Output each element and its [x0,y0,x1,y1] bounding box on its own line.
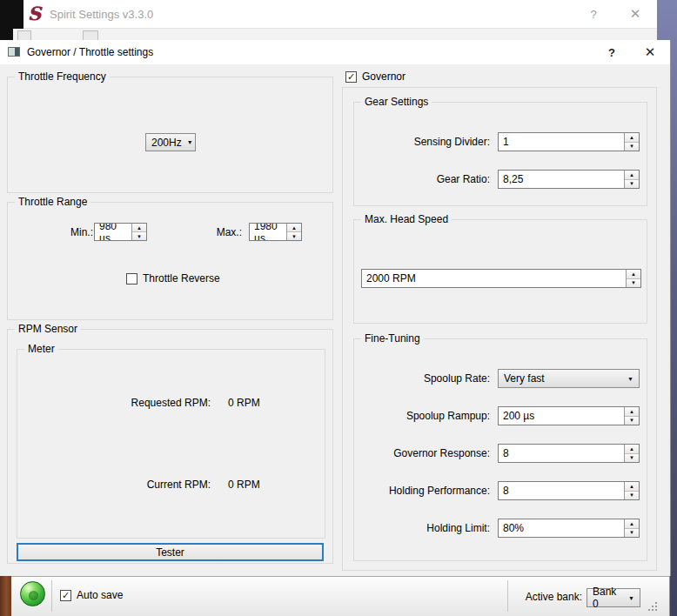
spoolup-rate-row: Spoolup Rate: Very fast ▼ [354,369,647,388]
resize-grip[interactable] [648,602,657,611]
gear-ratio-row: Gear Ratio: 8,25 ▲ ▼ [354,170,647,189]
chevron-down-icon: ▼ [628,595,634,601]
requested-rpm-label: Requested RPM: [17,397,211,409]
throttle-frequency-group: Throttle Frequency 200Hz ▼ [7,77,333,193]
spin-down-icon[interactable]: ▼ [132,232,146,240]
requested-rpm-value: 0 RPM [228,397,260,409]
spoolup-rate-value: Very fast [504,372,545,385]
spin-down-icon[interactable]: ▼ [287,232,301,240]
holding-performance-spinbox[interactable]: 8 ▲ ▼ [498,481,640,500]
spoolup-rampup-spinbox[interactable]: 200 µs ▲ ▼ [498,406,640,425]
spin-down-icon[interactable]: ▼ [625,454,639,463]
spin-down-icon[interactable]: ▼ [625,492,639,500]
led-core [29,591,38,600]
throttle-range-group: Throttle Range Min.: 980 µs ▲ ▼ Max.: 19… [7,202,333,320]
min-value[interactable]: 980 µs [95,224,131,240]
main-help-button[interactable]: ? [580,4,607,23]
spin-down-icon[interactable]: ▼ [625,417,639,425]
active-bank-combo[interactable]: Bank 0 ▼ [587,588,640,607]
main-window-titlebar: S Spirit Settings v3.3.0 ? ✕ [23,0,657,29]
gear-ratio-spinbox[interactable]: 8,25 ▲ ▼ [498,170,640,189]
dialog-window-icon [8,47,20,57]
checkmark-icon: ✓ [62,591,70,600]
sensing-divider-value[interactable]: 1 [499,133,624,151]
spin-up-icon[interactable]: ▲ [625,445,639,454]
checkbox-box[interactable]: ✓ [345,71,357,83]
spin-up-icon[interactable]: ▲ [287,224,301,232]
screen: S Spirit Settings v3.3.0 ? ✕ Governor / … [0,0,677,616]
spin-up-icon[interactable]: ▲ [625,482,639,492]
active-bank-label: Active bank: [526,591,582,603]
main-close-button[interactable]: ✕ [622,4,648,23]
holding-performance-value[interactable]: 8 [499,482,624,499]
governor-group: Gear Settings Sensing Divider: 1 ▲ ▼ Gea… [342,87,657,571]
min-spinbox[interactable]: 980 µs ▲ ▼ [94,223,147,241]
sensing-divider-spinbox[interactable]: 1 ▲ ▼ [498,132,640,151]
fine-tuning-title: Fine-Tuning [361,332,424,345]
tester-button[interactable]: Tester [17,543,324,561]
max-value[interactable]: 1980 µs [250,224,286,240]
status-bar: ✓ Auto save Active bank: Bank 0 ▼ [11,576,670,616]
max-head-speed-value[interactable]: 2000 RPM [362,270,626,287]
active-bank-value: Bank 0 [593,586,623,610]
governor-response-value[interactable]: 8 [499,445,624,462]
spin-down-icon[interactable]: ▼ [625,180,639,189]
governor-response-spinbox[interactable]: 8 ▲ ▼ [498,444,640,463]
tab-fragment [83,30,98,40]
gear-settings-group: Gear Settings Sensing Divider: 1 ▲ ▼ Gea… [353,102,647,206]
statusbar-divider [507,580,508,612]
auto-save-checkbox[interactable]: ✓ Auto save [60,589,123,601]
holding-limit-spinbox[interactable]: 80% ▲ ▼ [498,519,640,538]
throttle-frequency-title: Throttle Frequency [15,70,110,83]
dialog-close-button[interactable]: ✕ [637,43,663,62]
checkbox-box[interactable]: ✓ [60,590,71,601]
max-head-speed-title: Max. Head Speed [361,213,452,225]
spin-up-icon[interactable]: ▲ [625,519,639,529]
main-window-content-sliver [13,29,657,40]
spin-up-icon[interactable]: ▲ [627,270,640,279]
gear-settings-title: Gear Settings [361,96,432,108]
spin-up-icon[interactable]: ▲ [625,171,639,180]
dialog-help-button[interactable]: ? [599,43,625,62]
sensing-divider-row: Sensing Divider: 1 ▲ ▼ [354,132,647,151]
governor-checkbox[interactable]: ✓ Governor [345,70,411,83]
holding-limit-value[interactable]: 80% [499,519,624,537]
max-head-speed-spinbox[interactable]: 2000 RPM ▲ ▼ [361,269,641,288]
current-rpm-row: Current RPM: 0 RPM [17,479,325,492]
spoolup-rampup-label: Spoolup Rampup: [406,410,490,422]
max-label: Max.: [207,226,242,238]
sensing-divider-label: Sensing Divider: [414,136,490,148]
spoolup-rate-combo[interactable]: Very fast ▼ [498,369,640,388]
spoolup-rampup-value[interactable]: 200 µs [499,407,624,425]
rpm-sensor-title: RPM Sensor [15,323,81,335]
main-window-title: Spirit Settings v3.3.0 [50,8,153,21]
governor-label: Governor [362,70,406,83]
connection-led-icon [20,581,45,606]
checkbox-box[interactable] [126,273,137,285]
max-spinbox[interactable]: 1980 µs ▲ ▼ [249,223,302,241]
desktop-wood-strip [0,576,11,616]
gear-ratio-value[interactable]: 8,25 [499,171,624,188]
dialog-title: Governor / Throttle settings [27,46,153,58]
dialog-titlebar: Governor / Throttle settings ? ✕ [0,40,670,64]
spin-down-icon[interactable]: ▼ [625,529,639,538]
throttle-range-title: Throttle Range [15,196,90,208]
spoolup-rate-label: Spoolup Rate: [424,372,490,385]
spin-up-icon[interactable]: ▲ [625,133,639,143]
rpm-sensor-group: RPM Sensor Meter Requested RPM: 0 RPM Cu… [7,329,333,564]
throttle-reverse-checkbox[interactable]: Throttle Reverse [126,272,220,285]
auto-save-label: Auto save [77,589,123,601]
current-rpm-value: 0 RPM [228,479,260,491]
governor-response-label: Governor Response: [393,447,490,459]
fine-tuning-group: Fine-Tuning Spoolup Rate: Very fast ▼ Sp… [353,338,647,561]
holding-limit-label: Holding Limit: [426,522,490,534]
holding-limit-row: Holding Limit: 80% ▲ ▼ [354,519,647,538]
spoolup-rampup-row: Spoolup Rampup: 200 µs ▲ ▼ [354,406,647,425]
spin-up-icon[interactable]: ▲ [625,407,639,417]
chevron-down-icon: ▼ [627,376,633,382]
throttle-frequency-combo[interactable]: 200Hz ▼ [145,133,196,151]
spin-down-icon[interactable]: ▼ [627,279,640,288]
throttle-reverse-label: Throttle Reverse [143,272,220,285]
spin-down-icon[interactable]: ▼ [625,143,639,151]
spin-up-icon[interactable]: ▲ [132,224,146,232]
